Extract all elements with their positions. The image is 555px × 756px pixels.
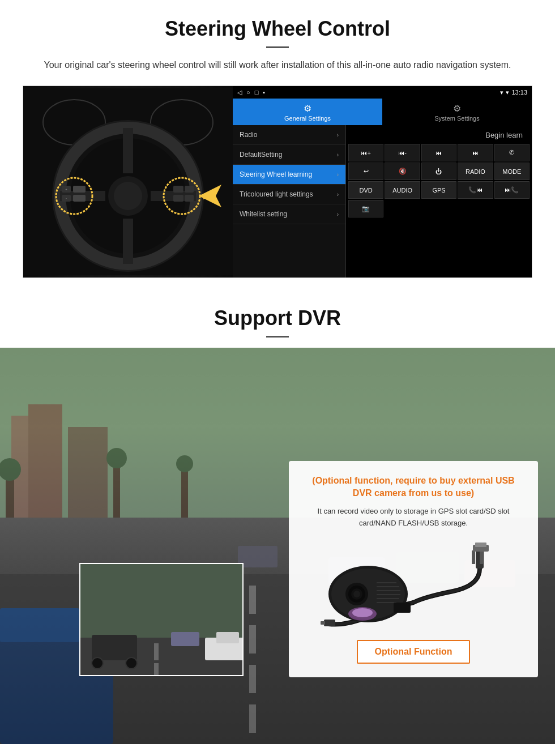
svg-rect-21 — [185, 186, 194, 193]
svg-rect-50 — [154, 663, 159, 676]
svg-point-33 — [106, 448, 127, 468]
ctrl-btn-back[interactable]: ↩ — [348, 163, 383, 180]
svg-point-77 — [352, 608, 373, 617]
svg-point-55 — [126, 657, 137, 669]
svg-text:▶: ▶ — [203, 194, 207, 200]
dvr-divider — [266, 336, 289, 338]
svg-rect-46 — [0, 608, 79, 642]
ctrl-btn-gps[interactable]: GPS — [421, 181, 456, 199]
wifi-icon: ▾ — [506, 89, 509, 96]
svg-rect-28 — [28, 404, 62, 518]
dvr-camera-svg — [311, 540, 515, 631]
ctrl-btn-vol-down[interactable]: ⏮- — [385, 144, 420, 161]
android-menu: Radio › DefaultSetting › Steering Wheel … — [233, 125, 346, 277]
ctrl-btn-radio[interactable]: RADIO — [458, 163, 493, 180]
menu-item-whitelist[interactable]: Whitelist setting › — [233, 204, 345, 224]
svg-rect-62 — [475, 543, 486, 547]
optional-function-button[interactable]: Optional Function — [357, 640, 471, 664]
nav-back-icon: ◁ — [237, 89, 242, 96]
steering-title: Steering Wheel Control — [23, 17, 532, 41]
nav-icons: ◁ ○ □ ▪ — [237, 89, 265, 96]
svg-rect-17 — [73, 186, 86, 193]
menu-default-label: DefaultSetting — [240, 151, 282, 159]
menu-item-tricolour[interactable]: Tricoloured light settings › — [233, 185, 345, 204]
svg-text:-: - — [66, 197, 67, 200]
dvr-title: Support DVR — [0, 289, 555, 330]
menu-tricolour-label: Tricoloured light settings — [240, 190, 313, 198]
steering-section: Steering Wheel Control Your original car… — [0, 0, 555, 289]
chevron-icon-2: › — [337, 152, 339, 158]
menu-steering-label: Steering Wheel learning — [240, 170, 312, 178]
dvr-preview-inner — [80, 564, 242, 675]
nav-home-icon: ○ — [246, 89, 250, 96]
dvr-background: (Optional function, require to buy exter… — [0, 348, 555, 744]
svg-rect-32 — [113, 461, 120, 518]
dvr-section: Support DVR — [0, 289, 555, 744]
tab-system-label: System Settings — [434, 115, 479, 122]
nav-menu-icon: ▪ — [263, 89, 265, 96]
nav-recent-icon: □ — [255, 89, 259, 96]
ctrl-btn-mute[interactable]: 🔇 — [385, 163, 420, 180]
svg-rect-37 — [249, 586, 256, 614]
chevron-icon-3: › — [337, 172, 339, 178]
menu-item-radio[interactable]: Radio › — [233, 125, 345, 145]
chevron-icon: › — [337, 132, 339, 138]
tab-general[interactable]: ⚙ General Settings — [233, 99, 382, 125]
android-tabs: ⚙ General Settings ⚙ System Settings — [233, 99, 532, 125]
svg-rect-79 — [321, 621, 325, 625]
svg-rect-59 — [472, 550, 475, 564]
title-divider — [266, 46, 289, 48]
android-content: Begin learn ⏮+ ⏮- ⏮ ⏭ ✆ ↩ 🔇 ⏻ RADIO — [346, 125, 532, 277]
svg-point-35 — [176, 455, 193, 472]
status-time: 13:13 — [511, 89, 527, 96]
svg-rect-18 — [73, 195, 86, 202]
begin-learn-area: Begin learn — [348, 127, 530, 143]
svg-rect-60 — [480, 550, 483, 564]
svg-rect-75 — [394, 603, 411, 613]
steering-content-area: + - ▶ — [23, 86, 532, 278]
dvr-description: It can record video only to storage in G… — [302, 506, 524, 529]
svg-rect-53 — [92, 635, 137, 660]
steering-description: Your original car's steering wheel contr… — [34, 58, 521, 72]
tab-system[interactable]: ⚙ System Settings — [382, 99, 532, 125]
system-icon: ⚙ — [385, 103, 530, 114]
svg-rect-38 — [249, 625, 256, 654]
ctrl-btn-camera[interactable]: 📷 — [348, 200, 383, 217]
ctrl-btn-call-next[interactable]: ⏭📞 — [494, 181, 530, 199]
android-status-bar: ◁ ○ □ ▪ ▾ ▾ 13:13 — [233, 86, 532, 99]
ctrl-btn-prev[interactable]: ⏮ — [421, 144, 456, 161]
ctrl-btn-vol-up[interactable]: ⏮+ — [348, 144, 383, 161]
android-panel: ◁ ○ □ ▪ ▾ ▾ 13:13 ⚙ General Settings ⚙ S… — [233, 86, 532, 277]
svg-text:+: + — [65, 187, 67, 191]
svg-rect-29 — [68, 427, 108, 518]
tab-general-label: General Settings — [284, 115, 331, 122]
menu-item-steering[interactable]: Steering Wheel learning › — [233, 165, 345, 185]
dvr-preview-svg — [80, 564, 244, 676]
svg-point-54 — [92, 657, 103, 669]
svg-rect-49 — [154, 643, 159, 660]
settings-icon: ⚙ — [235, 103, 380, 114]
steering-wheel-svg: + - ▶ — [23, 88, 233, 275]
ctrl-btn-dvd[interactable]: DVD — [348, 181, 383, 199]
menu-item-default[interactable]: DefaultSetting › — [233, 145, 345, 165]
svg-rect-22 — [173, 195, 183, 202]
menu-whitelist-label: Whitelist setting — [240, 210, 287, 218]
ctrl-btn-next[interactable]: ⏭ — [458, 144, 493, 161]
svg-rect-20 — [173, 186, 183, 193]
dvr-overlay-card: (Optional function, require to buy exter… — [289, 461, 538, 677]
svg-rect-40 — [249, 704, 256, 733]
signal-icon: ▾ — [500, 89, 503, 96]
dvr-optional-title: (Optional function, require to buy exter… — [302, 475, 524, 500]
menu-radio-label: Radio — [240, 131, 257, 139]
svg-rect-34 — [181, 467, 188, 518]
ctrl-btn-audio[interactable]: AUDIO — [385, 181, 420, 199]
svg-rect-44 — [238, 546, 278, 567]
ctrl-btn-mode[interactable]: MODE — [494, 163, 530, 180]
ctrl-btn-call-prev[interactable]: 📞⏮ — [458, 181, 493, 199]
begin-learn-button[interactable]: Begin learn — [483, 130, 525, 140]
svg-rect-39 — [249, 665, 256, 693]
ctrl-btn-power[interactable]: ⏻ — [421, 163, 456, 180]
ctrl-btn-call[interactable]: ✆ — [494, 144, 530, 161]
svg-rect-57 — [216, 632, 239, 643]
chevron-icon-5: › — [337, 211, 339, 217]
